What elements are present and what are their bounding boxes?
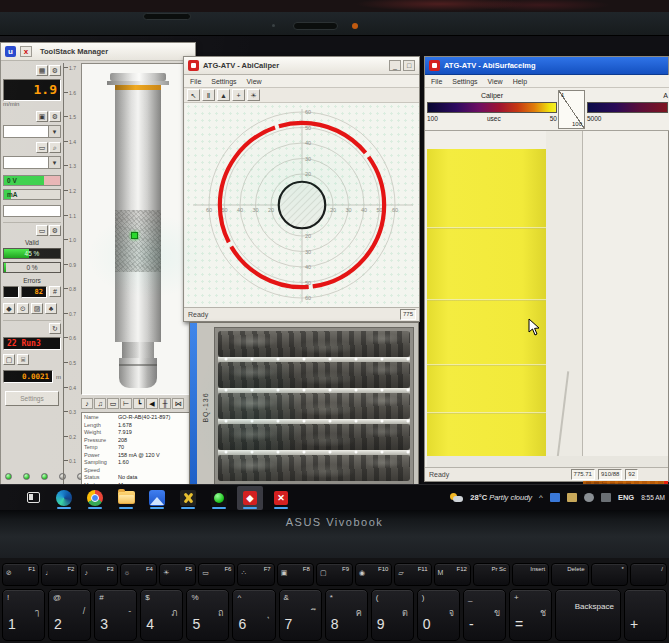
ruler-tick-label: 1.0 — [69, 237, 76, 243]
info-label: Temp — [84, 444, 118, 452]
toolbar-button[interactable]: ▲ — [217, 89, 230, 101]
panel-button[interactable]: ⌸ — [17, 354, 29, 365]
panel-button[interactable]: ▢ — [3, 354, 15, 365]
caliper-titlebar[interactable]: ATG-ATV - AbiCaliper _ □ — [184, 57, 419, 75]
search-icon[interactable]: ⌕ — [49, 142, 61, 153]
key-icon: ☼ — [124, 569, 130, 576]
toolbar-button[interactable]: ☀ — [247, 89, 260, 101]
toolbar-button[interactable]: ↖ — [187, 89, 200, 101]
menu-item-settings[interactable]: Settings — [452, 78, 477, 85]
language-indicator[interactable]: ENG — [618, 493, 634, 502]
taskbar-app-chrome[interactable] — [82, 486, 108, 510]
info-value: GO-R-AB(40-21-897) — [118, 414, 190, 422]
network-icon[interactable] — [584, 493, 594, 502]
plot-tool-icon[interactable]: ♪ — [81, 398, 93, 409]
indicator-led-on — [23, 473, 30, 480]
panel-button[interactable]: ▭ — [36, 225, 48, 236]
toolstack-app-icon: u — [5, 46, 16, 57]
taskbar-app-abisurface[interactable]: ◆ — [237, 486, 263, 510]
tool-icon-button[interactable]: ▨ — [31, 303, 43, 314]
plot-tool-icon[interactable]: ♫ — [94, 398, 106, 409]
tray-overflow-chevron[interactable]: ^ — [539, 493, 543, 502]
menu-item-view[interactable]: View — [247, 78, 262, 85]
plot-tool-icon[interactable]: ⋈ — [172, 398, 184, 409]
taskbar-app-photos[interactable] — [144, 486, 170, 510]
ruler-tick-label: 0.4 — [69, 384, 76, 390]
window-toolstack-manager: u x ToolStack Manager ▦ ⚙ 1.9 m/min ▣ ⚙ … — [0, 42, 196, 494]
plot-tool-icon[interactable]: ⊢ — [120, 398, 132, 409]
running-indicator — [57, 507, 71, 509]
settings-button[interactable]: Settings — [5, 391, 59, 406]
toolbar-button[interactable]: Ⅱ — [202, 89, 215, 101]
brand-text: ASUS Vivobook — [286, 516, 384, 528]
panel-button[interactable]: ▭ — [36, 142, 48, 153]
image-band-line — [427, 364, 546, 366]
ruler-tick — [64, 215, 68, 216]
tool-icon-button[interactable]: ♣ — [45, 303, 57, 314]
tool-icon-button[interactable]: ⊙ — [17, 303, 29, 314]
mode-select[interactable] — [3, 125, 61, 138]
key-icon: ♪ — [84, 569, 88, 576]
key-main-label: 1 — [8, 616, 16, 632]
maximize-button[interactable]: □ — [403, 60, 415, 71]
ruler-tick — [64, 288, 68, 289]
gear-icon[interactable]: ⚙ — [49, 65, 61, 76]
info-row: Pressure208 — [84, 437, 190, 445]
gear-icon[interactable]: ⚙ — [49, 225, 61, 236]
taskbar-app-atg-red[interactable]: ✕ — [268, 486, 294, 510]
tool-body-circle — [279, 182, 326, 229]
tray-app-icon[interactable] — [550, 493, 560, 502]
taskbar-app-task-view[interactable] — [20, 486, 46, 510]
volume-icon[interactable] — [601, 493, 611, 502]
key-icon: ♩ — [45, 569, 52, 576]
status-cell: 92 — [625, 469, 638, 480]
tool-icon-button[interactable]: ◆ — [3, 303, 15, 314]
plot-tool-icon[interactable]: ┗ — [133, 398, 145, 409]
ruler-tick — [64, 141, 68, 142]
key-icon: ◉ — [359, 569, 365, 577]
taskbar-app-edge[interactable] — [51, 486, 77, 510]
key-delete: Delete — [551, 563, 588, 586]
refresh-icon[interactable]: ↻ — [49, 323, 61, 334]
taskbar-app-logger-green[interactable] — [206, 486, 232, 510]
laptop-keyboard: ⊘F1♩F2♪F3☼F4☀F5▭F6∴F7▣F8▢F9◉F10▱F11MF12P… — [0, 558, 669, 643]
amplitude-scale-title: A — [587, 90, 668, 102]
errors-led-a — [3, 286, 19, 298]
caliper-image-track — [427, 149, 546, 474]
key-f11: ▱F11 — [394, 563, 431, 586]
key-2: @2/ — [48, 589, 91, 641]
gear-icon[interactable]: ⚙ — [49, 111, 61, 122]
tray-folder-icon[interactable] — [567, 493, 577, 502]
core-row — [218, 393, 410, 419]
menu-item-settings[interactable]: Settings — [211, 78, 236, 85]
panel-button[interactable]: ▣ — [36, 111, 48, 122]
key-prsc: Pr Sc — [473, 563, 510, 586]
clock[interactable]: 8:55 AM — [641, 494, 665, 502]
value-input[interactable] — [3, 205, 61, 217]
taskbar-app-toolstack-keys[interactable] — [175, 486, 201, 510]
panel-button[interactable]: ▦ — [36, 65, 48, 76]
tool-3d-view — [81, 63, 193, 395]
menu-item-help[interactable]: Help — [513, 78, 527, 85]
key-6: ^6ุ — [232, 589, 275, 641]
minimize-button[interactable]: _ — [389, 60, 401, 71]
menu-item-view[interactable]: View — [488, 78, 503, 85]
channel-select[interactable] — [3, 156, 61, 169]
weather-widget[interactable]: 28°C Partly cloudy — [470, 493, 532, 502]
menu-item-file[interactable]: File — [190, 78, 201, 85]
surface-titlebar[interactable]: ATG-ATV - AbiSurfaceImg — [425, 57, 668, 75]
plot-tool-icon[interactable]: ◀ — [146, 398, 158, 409]
toolstack-titlebar[interactable]: u x ToolStack Manager — [1, 43, 195, 61]
probe-flange — [110, 73, 166, 81]
plot-tool-icon[interactable]: ▭ — [107, 398, 119, 409]
hash-button[interactable]: # — [49, 286, 61, 297]
plot-tool-icon[interactable]: ╫ — [159, 398, 171, 409]
button-row: ▣ ⚙ — [3, 111, 61, 122]
speed-led-display: 1.9 — [3, 79, 61, 101]
taskbar-app-explorer[interactable] — [113, 486, 139, 510]
info-row: Power158 mA @ 120 V — [84, 452, 190, 460]
menu-item-file[interactable]: File — [431, 78, 442, 85]
surface-scale-header: Caliper 100 usec 50 1 100 A 500 — [425, 88, 669, 131]
close-button[interactable]: x — [20, 46, 32, 57]
toolbar-button[interactable]: + — [232, 89, 245, 101]
